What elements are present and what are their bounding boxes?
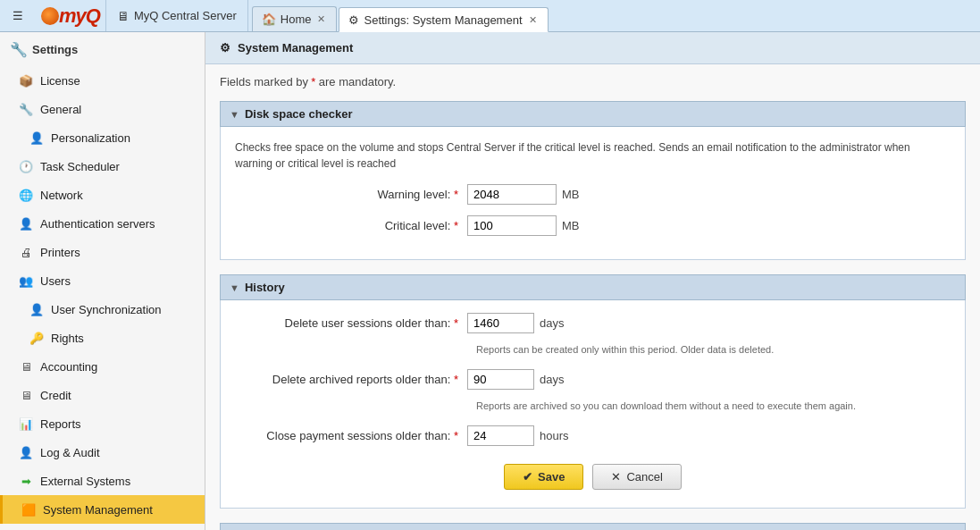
- content-header-title: System Management: [238, 41, 353, 55]
- sidebar-item-label: Credit: [40, 389, 71, 402]
- critical-level-input[interactable]: [467, 215, 557, 236]
- main-layout: 🔧 Settings 📦 License 🔧 General 👤 Persona…: [0, 32, 980, 530]
- reports-icon: 📊: [18, 416, 34, 432]
- sidebar-item-auth-servers[interactable]: 👤 Authentication servers: [0, 209, 205, 238]
- critical-level-row: Critical level: * MB: [235, 215, 951, 236]
- content-header-icon: ⚙: [220, 41, 230, 55]
- hamburger-icon: ☰: [13, 9, 23, 22]
- history-body: Delete user sessions older than: * days …: [220, 300, 966, 509]
- sysmgmt-icon: 🟧: [21, 501, 37, 517]
- sidebar-item-network[interactable]: 🌐 Network: [0, 181, 205, 209]
- history-header[interactable]: ▼ History: [220, 274, 966, 300]
- sidebar-item-credit[interactable]: 🖥 Credit: [0, 381, 205, 409]
- delete-sessions-star: *: [454, 316, 458, 330]
- personalization-icon: 👤: [29, 130, 45, 146]
- license-icon: 📦: [18, 72, 34, 88]
- sidebar-item-accounting[interactable]: 🖥 Accounting: [0, 352, 205, 381]
- close-payment-star: *: [454, 429, 458, 442]
- disk-space-chevron-icon: ▼: [230, 109, 239, 120]
- sidebar-item-log-audit[interactable]: 👤 Log & Audit: [0, 438, 205, 467]
- history-chevron-icon: ▼: [230, 282, 239, 293]
- tab-settings-close[interactable]: ✕: [527, 14, 539, 26]
- warning-level-input[interactable]: [467, 184, 557, 205]
- disk-space-section: ▼ Disk space checker Checks free space o…: [220, 101, 966, 260]
- server-label: MyQ Central Server: [134, 9, 237, 22]
- delete-sessions-row: Delete user sessions older than: * days: [235, 313, 951, 333]
- disk-space-description: Checks free space on the volume and stop…: [235, 139, 951, 172]
- tab-settings-label: Settings: System Management: [364, 13, 522, 27]
- server-tab[interactable]: 🖥 MyQ Central Server: [106, 0, 248, 31]
- sidebar-item-general[interactable]: 🔧 General: [0, 95, 205, 123]
- sidebar-item-label: Accounting: [40, 360, 97, 374]
- credit-icon: 🖥: [18, 387, 34, 403]
- sidebar-item-label: System Management: [43, 503, 153, 517]
- logo-area: myQ: [36, 0, 106, 31]
- delete-archived-input[interactable]: [467, 369, 534, 390]
- disk-space-title: Disk space checker: [245, 107, 353, 121]
- button-row: ✔ Save ✕ Cancel: [235, 464, 951, 490]
- disk-space-body: Checks free space on the volume and stop…: [220, 127, 966, 260]
- warning-level-row: Warning level: * MB: [235, 184, 951, 205]
- tab-home-close[interactable]: ✕: [315, 13, 327, 25]
- save-checkmark-icon: ✔: [523, 470, 532, 484]
- mandatory-star: *: [311, 75, 315, 88]
- sidebar: 🔧 Settings 📦 License 🔧 General 👤 Persona…: [0, 32, 205, 530]
- delete-archived-group: Delete archived reports older than: * da…: [235, 369, 951, 411]
- network-icon: 🌐: [18, 187, 34, 203]
- history-section: ▼ History Delete user sessions older tha…: [220, 274, 966, 509]
- delete-archived-row: Delete archived reports older than: * da…: [235, 369, 951, 390]
- history-title: History: [245, 281, 285, 294]
- cancel-button[interactable]: ✕ Cancel: [592, 464, 681, 490]
- title-bar: ☰ myQ 🖥 MyQ Central Server 🏠 Home ✕ ⚙ Se…: [0, 0, 980, 32]
- sidebar-item-license[interactable]: 📦 License: [0, 66, 205, 95]
- sidebar-header: 🔧 Settings: [0, 32, 205, 66]
- settings-header-icon: 🔧: [11, 41, 27, 57]
- external-icon: ➡: [18, 473, 34, 489]
- tab-home-icon: 🏠: [262, 13, 276, 26]
- close-payment-row: Close payment sessions older than: * hou…: [235, 425, 951, 446]
- server-icon: 🖥: [117, 9, 130, 23]
- delete-sessions-hint: Reports can be created only within this …: [476, 344, 951, 355]
- critical-unit: MB: [562, 219, 580, 232]
- delete-sessions-input[interactable]: [467, 313, 534, 333]
- sync-icon: 👤: [29, 301, 45, 317]
- sidebar-item-user-sync[interactable]: 👤 User Synchronization: [0, 295, 205, 324]
- sidebar-item-external-systems[interactable]: ➡ External Systems: [0, 467, 205, 495]
- close-payment-unit: hours: [540, 429, 569, 442]
- content-area: ⚙ System Management Fields marked by * a…: [205, 32, 980, 530]
- sidebar-item-users[interactable]: 👥 Users: [0, 266, 205, 295]
- sidebar-item-label: Task Scheduler: [40, 160, 120, 173]
- save-button[interactable]: ✔ Save: [504, 464, 583, 490]
- sidebar-item-label: Reports: [40, 417, 81, 431]
- tab-home[interactable]: 🏠 Home ✕: [252, 6, 338, 31]
- critical-star: *: [454, 219, 458, 232]
- sidebar-item-system-management[interactable]: 🟧 System Management: [0, 495, 205, 524]
- log-icon: 👤: [18, 444, 34, 460]
- critical-level-label: Critical level: *: [235, 219, 467, 232]
- sidebar-item-label: License: [40, 74, 80, 88]
- sidebar-item-printers[interactable]: 🖨 Printers: [0, 238, 205, 266]
- warning-unit: MB: [562, 188, 580, 201]
- tab-home-label: Home: [281, 13, 312, 26]
- cancel-label: Cancel: [626, 470, 662, 484]
- sidebar-item-task-scheduler[interactable]: 🕐 Task Scheduler: [0, 152, 205, 181]
- close-payment-input[interactable]: [467, 425, 534, 446]
- sidebar-item-rights[interactable]: 🔑 Rights: [0, 324, 205, 352]
- system-maintenance-header[interactable]: ▶ System maintenance: [220, 523, 966, 530]
- sidebar-item-personalization[interactable]: 👤 Personalization: [0, 123, 205, 152]
- warning-level-label: Warning level: *: [235, 188, 467, 201]
- sidebar-item-reports[interactable]: 📊 Reports: [0, 409, 205, 438]
- printers-icon: 🖨: [18, 244, 34, 260]
- tab-bar: 🏠 Home ✕ ⚙ Settings: System Management ✕: [248, 0, 980, 31]
- tab-settings[interactable]: ⚙ Settings: System Management ✕: [339, 7, 548, 32]
- delete-sessions-unit: days: [540, 316, 564, 330]
- logo-text: myQ: [59, 4, 100, 28]
- delete-archived-unit: days: [540, 373, 564, 386]
- menu-button[interactable]: ☰: [0, 9, 36, 22]
- close-payment-label: Close payment sessions older than: *: [235, 429, 467, 442]
- users-icon: 👥: [18, 273, 34, 289]
- disk-space-header[interactable]: ▼ Disk space checker: [220, 101, 966, 127]
- sidebar-item-label: Rights: [51, 332, 84, 345]
- sidebar-item-label: Users: [40, 274, 71, 288]
- delete-sessions-group: Delete user sessions older than: * days …: [235, 313, 951, 355]
